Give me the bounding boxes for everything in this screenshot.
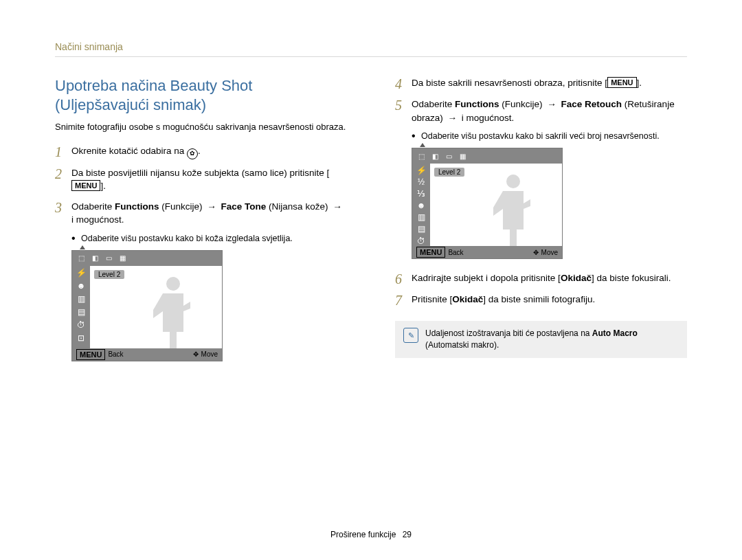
menu-button-label: MENU — [607, 77, 636, 88]
footer-section: Proširene funkcije — [330, 530, 396, 539]
lcd-side-bar: ⚡ ½ ⅓ ☻ ▥ ▤ ⏱ — [412, 164, 430, 246]
text: i mogućnost. — [71, 214, 124, 225]
page: Načini snimanja Upotreba načina Beauty S… — [0, 0, 742, 361]
step-number: 5 — [395, 98, 412, 112]
flash-icon: ⚡ — [414, 165, 428, 175]
lcd-body: ⚡ ☻ ▥ ▤ ⏱ ⊡ Level 2 — [72, 266, 222, 348]
quality-icon: ▦ — [117, 254, 127, 263]
text: Okrenite kotačić odabira na — [71, 146, 187, 156]
svg-point-0 — [166, 277, 180, 291]
svg-point-1 — [506, 175, 520, 188]
timer-icon: ⏱ — [74, 320, 88, 331]
lcd-top-bar: ⬚ ◧ ▭ ▦ — [72, 251, 222, 266]
level-indicator: Level 2 — [434, 168, 464, 177]
text: Da biste sakrili nesavršenosti obraza, p… — [412, 78, 607, 88]
step-number: 7 — [395, 293, 412, 307]
lcd-canvas: Level 2 — [430, 164, 562, 246]
move-nav-icon: ✥ — [533, 249, 539, 256]
move-nav-icon: ✥ — [193, 350, 199, 358]
lcd-body: ⚡ ½ ⅓ ☻ ▥ ▤ ⏱ Level 2 — [412, 164, 562, 246]
arrow-right-icon: → — [446, 111, 460, 125]
beauty-mode-dial-icon: ✿ — [187, 148, 198, 159]
arrow-right-icon: → — [545, 98, 559, 111]
person-silhouette-icon — [489, 172, 537, 246]
step-body: Pritisnite [Okidač] da biste snimili fot… — [412, 293, 687, 306]
flash-level-icon: ⅓ — [414, 188, 428, 199]
iso-icon: ▥ — [414, 212, 428, 223]
back-label: Back — [108, 350, 123, 358]
step-4: 4 Da biste sakrili nesavršenosti obraza,… — [395, 76, 687, 91]
left-column: Upotreba načina Beauty Shot (Uljepšavaju… — [55, 76, 347, 361]
text: Odaberite — [412, 99, 455, 109]
text: Pritisnite [ — [412, 294, 452, 304]
scene-icon: ◧ — [90, 254, 100, 263]
step-3-sub-bullet: • Odaberite višu postavku kako bi koža i… — [71, 234, 347, 243]
text: (Automatski makro). — [425, 340, 499, 350]
back-label: Back — [448, 249, 463, 256]
text: Odaberite višu postavku kako bi koža izg… — [81, 234, 293, 243]
text-bold: Auto Macro — [592, 328, 638, 338]
text-bold: Face Retouch — [561, 99, 622, 109]
step-number: 2 — [55, 166, 71, 181]
chevron-up-icon — [80, 245, 85, 249]
flash-icon: ⚡ — [74, 267, 88, 279]
lcd-top-bar: ⬚ ◧ ▭ ▦ — [412, 148, 562, 164]
text: (Funkcije) — [499, 99, 546, 109]
text: ] da biste snimili fotografiju. — [483, 294, 595, 304]
step-5: 5 Odaberite Functions (Funkcije) → Face … — [395, 98, 687, 124]
step-5-sub-bullet: • Odaberite višu postavku kako bi sakril… — [412, 131, 687, 141]
aspect-icon: ▭ — [104, 254, 113, 263]
right-column: 4 Da biste sakrili nesavršenosti obraza,… — [395, 76, 687, 361]
bullet-icon: • — [71, 234, 81, 243]
text: Da biste posvijetlili nijansu kože subje… — [71, 168, 329, 178]
note-box: ✎ Udaljenost izoštravanja biti će postav… — [395, 321, 687, 358]
menu-back-icon: MENU — [416, 247, 445, 258]
text-bold: Functions — [455, 99, 499, 109]
face-icon: ☻ — [74, 280, 88, 292]
text-bold: Okidač — [561, 273, 592, 283]
text: . — [198, 146, 201, 156]
text: Odaberite višu postavku kako bi sakrili … — [421, 131, 660, 141]
bullet-icon: • — [412, 131, 421, 141]
camera-lcd-preview: ⬚ ◧ ▭ ▦ ⚡ ½ ⅓ ☻ ▥ ▤ ⏱ — [412, 148, 563, 259]
arrow-right-icon: → — [205, 200, 218, 214]
step-body: Da biste sakrili nesavršenosti obraza, p… — [412, 76, 687, 90]
step-body: Okrenite kotačić odabira na ✿. — [71, 144, 347, 159]
lead-text: Snimite fotografiju osobe s mogućnošću s… — [55, 121, 347, 133]
lcd-canvas: Level 2 — [90, 266, 222, 348]
flash-level-icon: ½ — [414, 177, 428, 187]
lcd-frame: ⬚ ◧ ▭ ▦ ⚡ ½ ⅓ ☻ ▥ ▤ ⏱ — [412, 148, 563, 259]
lcd-side-bar: ⚡ ☻ ▥ ▤ ⏱ ⊡ — [72, 266, 90, 348]
drive-icon: ⊡ — [74, 333, 88, 344]
content-columns: Upotreba načina Beauty Shot (Uljepšavaju… — [55, 76, 687, 361]
wb-icon: ▤ — [414, 224, 428, 234]
step-body: Odaberite Functions (Funkcije) → Face Re… — [412, 98, 687, 124]
step-number: 6 — [395, 271, 412, 286]
step-body: Kadrirajte subjekt i dopola pritisnite [… — [412, 271, 687, 285]
step-number: 1 — [55, 144, 71, 159]
level-indicator: Level 2 — [94, 270, 124, 279]
step-7: 7 Pritisnite [Okidač] da biste snimili f… — [395, 293, 687, 307]
page-number: 29 — [403, 530, 412, 539]
text: ] da biste fokusirali. — [592, 273, 671, 283]
scene-icon: ◧ — [430, 151, 440, 161]
text-bold: Face Tone — [221, 201, 267, 212]
text: i mogućnost. — [459, 113, 514, 123]
lcd-frame: ⬚ ◧ ▭ ▦ ⚡ ☻ ▥ ▤ ⏱ ⊡ — [71, 250, 223, 361]
text: (Funkcije) — [159, 201, 205, 212]
move-label: Move — [201, 350, 218, 358]
text: (Nijansa kože) — [266, 201, 330, 212]
text: ]. — [100, 181, 106, 191]
mode-icon: ⬚ — [416, 151, 426, 161]
step-body: Da biste posvijetlili nijansu kože subje… — [71, 166, 347, 193]
step-6: 6 Kadrirajte subjekt i dopola pritisnite… — [395, 271, 687, 286]
note-text: Udaljenost izoštravanja biti će postavlj… — [425, 328, 679, 351]
text: Kadrirajte subjekt i dopola pritisnite [ — [412, 273, 561, 283]
timer-icon: ⏱ — [414, 236, 428, 246]
step-number: 3 — [55, 200, 71, 214]
step-body: Odaberite Functions (Funkcije) → Face To… — [71, 200, 347, 227]
menu-button-label: MENU — [71, 180, 100, 191]
step-number: 4 — [395, 76, 412, 91]
face-icon: ☻ — [414, 201, 428, 211]
step-1: 1 Okrenite kotačić odabira na ✿. — [55, 144, 347, 159]
